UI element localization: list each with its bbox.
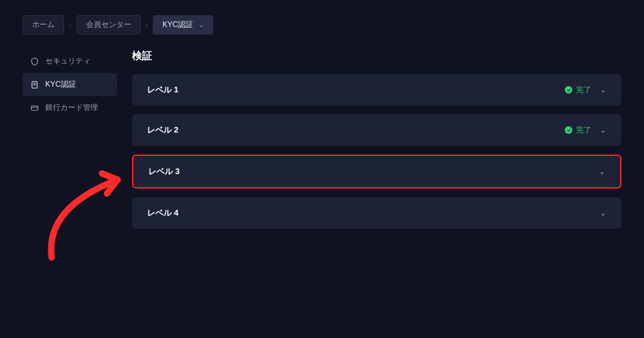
sidebar-item-kyc[interactable]: KYC認証	[23, 73, 117, 96]
breadcrumb-label: KYC認証	[162, 20, 193, 29]
sidebar-item-security[interactable]: セキュリティ	[23, 50, 117, 73]
check-circle-icon	[565, 86, 572, 94]
sidebar-item-bank-card[interactable]: 銀行カード管理	[23, 96, 117, 119]
chevron-down-icon: ⌄	[600, 126, 606, 134]
level-label: レベル 1	[147, 84, 179, 95]
page-title: 検証	[132, 50, 621, 63]
level-row-4[interactable]: レベル 4 ⌄	[132, 197, 621, 229]
status-text: 完了	[576, 125, 591, 136]
level-status: ⌄	[595, 209, 606, 217]
document-icon	[30, 80, 39, 89]
main-container: セキュリティ KYC認証 銀行カード管理 検証 レベル 1	[0, 35, 644, 237]
breadcrumb-home[interactable]: ホーム	[23, 15, 64, 35]
level-label: レベル 2	[147, 124, 179, 136]
level-status: ⌄	[594, 167, 605, 176]
status-text: 完了	[576, 85, 591, 95]
card-icon	[30, 104, 39, 112]
shield-icon	[30, 57, 39, 66]
breadcrumb-label: 会員センター	[86, 20, 131, 29]
breadcrumb: ホーム › 会員センター › KYC認証 ⌄	[0, 0, 644, 35]
chevron-down-icon: ⌄	[600, 209, 606, 217]
sidebar-item-label: セキュリティ	[45, 56, 91, 67]
chevron-down-icon: ⌄	[199, 21, 204, 28]
level-status: 完了 ⌄	[565, 125, 606, 136]
level-row-3[interactable]: レベル 3 ⌄	[132, 155, 621, 188]
breadcrumb-separator: ›	[69, 21, 72, 29]
svg-rect-3	[31, 106, 38, 110]
content-area: 検証 レベル 1 完了 ⌄ レベル 2 完了 ⌄ レベル 3	[132, 50, 621, 237]
breadcrumb-kyc[interactable]: KYC認証 ⌄	[153, 15, 213, 35]
chevron-down-icon: ⌄	[599, 167, 605, 176]
check-circle-icon	[565, 126, 572, 134]
sidebar-item-label: 銀行カード管理	[45, 102, 98, 113]
level-label: レベル 4	[147, 207, 179, 219]
level-label: レベル 3	[148, 166, 180, 177]
level-row-2[interactable]: レベル 2 完了 ⌄	[132, 114, 621, 146]
sidebar: セキュリティ KYC認証 銀行カード管理	[23, 50, 117, 237]
breadcrumb-member-center[interactable]: 会員センター	[77, 15, 141, 35]
chevron-down-icon: ⌄	[600, 85, 606, 94]
sidebar-item-label: KYC認証	[45, 79, 76, 90]
level-row-1[interactable]: レベル 1 完了 ⌄	[132, 74, 621, 106]
level-status: 完了 ⌄	[565, 85, 606, 95]
breadcrumb-separator: ›	[146, 21, 148, 29]
breadcrumb-label: ホーム	[32, 20, 55, 29]
